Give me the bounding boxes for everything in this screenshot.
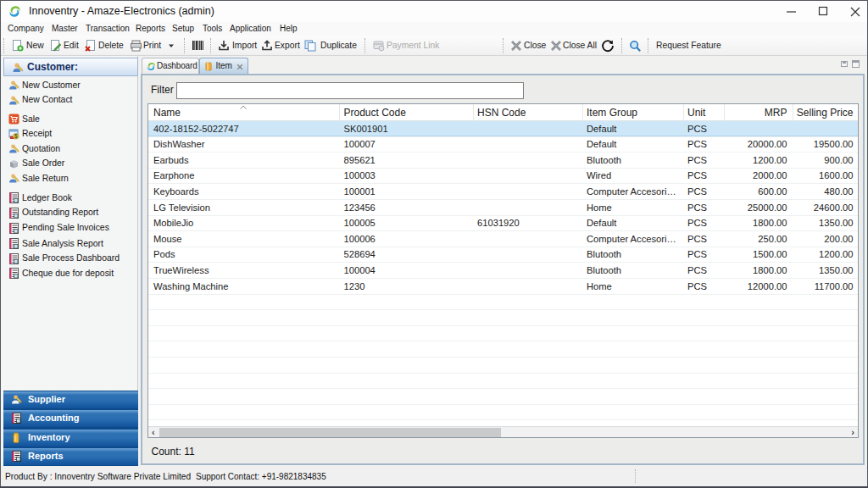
svg-text:$: $ bbox=[14, 133, 18, 140]
